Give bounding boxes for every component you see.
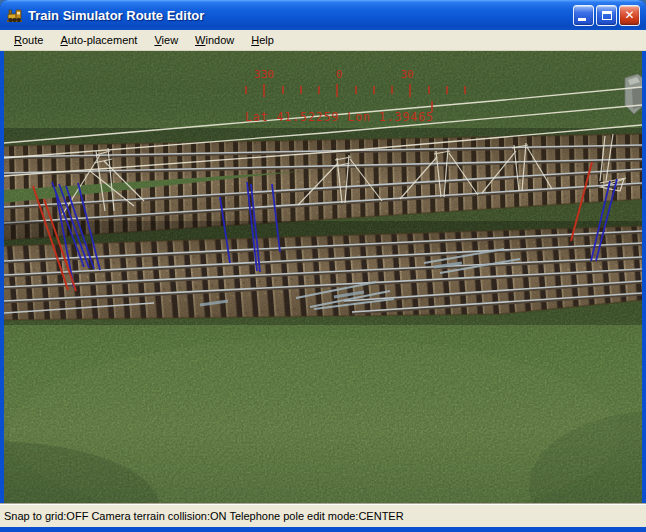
compass-label: 30 <box>400 68 413 81</box>
minimize-button[interactable] <box>573 5 594 26</box>
app-window: Train Simulator Route Editor ✕ Route Aut… <box>0 0 646 532</box>
menu-item-window[interactable]: Window <box>191 32 238 48</box>
menubar: Route Auto-placement View Window Help <box>0 30 646 51</box>
statusbar: Snap to grid:OFF Camera terrain collisio… <box>0 503 646 527</box>
compass-label: 330 <box>254 68 274 81</box>
minimize-icon <box>578 18 586 21</box>
maximize-button[interactable] <box>596 5 617 26</box>
rock <box>625 74 642 114</box>
viewport[interactable]: 330 0 30 Lat 41.52259 Lon 1.39465 <box>4 51 642 503</box>
menu-item-route[interactable]: Route <box>10 32 47 48</box>
maximize-icon <box>602 11 612 20</box>
close-button[interactable]: ✕ <box>619 5 640 26</box>
menu-item-help[interactable]: Help <box>247 32 278 48</box>
window-title: Train Simulator Route Editor <box>28 8 573 23</box>
menu-item-auto-placement[interactable]: Auto-placement <box>56 32 141 48</box>
compass-label: 0 <box>336 68 343 81</box>
close-icon: ✕ <box>620 6 639 25</box>
titlebar[interactable]: Train Simulator Route Editor ✕ <box>0 0 646 30</box>
latlon-readout: Lat 41.52259 Lon 1.39465 <box>245 110 433 124</box>
status-text: Snap to grid:OFF Camera terrain collisio… <box>4 510 404 522</box>
train-icon <box>6 7 23 23</box>
scene-canvas[interactable]: 330 0 30 Lat 41.52259 Lon 1.39465 <box>4 51 642 503</box>
menu-item-view[interactable]: View <box>150 32 182 48</box>
